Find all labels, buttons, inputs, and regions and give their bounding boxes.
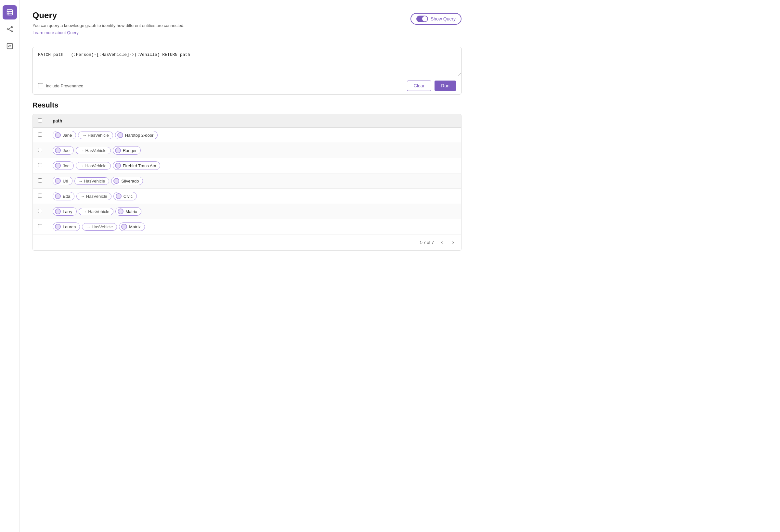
page-subtitle: You can query a knowledge graph to ident… <box>33 23 185 28</box>
table-row: Jane→ HasVehicleHardtop 2-door <box>33 128 461 143</box>
sidebar-item-chart[interactable] <box>3 39 17 53</box>
node-badge: Larry <box>53 207 77 216</box>
node-icon <box>118 209 124 214</box>
node-badge: Matrix <box>119 222 145 231</box>
results-table-wrapper: path Jane→ HasVehicleHardtop 2-doorJoe→ … <box>33 114 461 251</box>
node-badge: Uri <box>53 177 72 185</box>
select-all-checkbox[interactable] <box>38 118 42 122</box>
svg-rect-0 <box>7 10 12 15</box>
node-label: Matrix <box>126 209 137 214</box>
learn-more-link[interactable]: Learn more about Query <box>33 30 79 35</box>
node-icon <box>121 224 127 230</box>
node-badge: Jane <box>53 131 76 139</box>
path-cell: Etta→ HasVehicleCivic <box>53 192 456 200</box>
results-table: path Jane→ HasVehicleHardtop 2-doorJoe→ … <box>33 114 461 234</box>
show-query-button[interactable]: Show Query <box>410 13 461 25</box>
row-checkbox[interactable] <box>38 163 42 167</box>
edge-badge: → HasVehicle <box>79 208 114 215</box>
node-label: Joe <box>63 148 69 153</box>
node-badge: Matrix <box>115 207 141 216</box>
table-row: Joe→ HasVehicleRanger <box>33 143 461 158</box>
node-label: Uri <box>63 179 68 183</box>
row-checkbox-cell <box>33 128 47 143</box>
node-icon <box>117 132 123 138</box>
node-badge: Etta <box>53 192 75 200</box>
node-badge: Silverado <box>111 177 143 185</box>
node-label: Joe <box>63 163 69 168</box>
row-checkbox[interactable] <box>38 194 42 198</box>
path-cell: Uri→ HasVehicleSilverado <box>53 177 456 185</box>
page-title: Query <box>33 10 185 20</box>
row-checkbox-cell <box>33 173 47 189</box>
row-path-cell: Joe→ HasVehicleRanger <box>47 143 461 158</box>
svg-line-8 <box>8 29 11 31</box>
svg-point-5 <box>11 26 12 28</box>
path-cell: Jane→ HasVehicleHardtop 2-door <box>53 131 456 139</box>
row-checkbox[interactable] <box>38 178 42 182</box>
node-label: Lauren <box>63 224 76 229</box>
node-icon <box>55 132 61 138</box>
path-cell: Larry→ HasVehicleMatrix <box>53 207 456 216</box>
edge-badge: → HasVehicle <box>78 131 113 139</box>
row-checkbox-cell <box>33 189 47 204</box>
node-icon <box>116 193 121 199</box>
next-page-button[interactable]: › <box>450 238 456 247</box>
node-icon <box>113 178 119 184</box>
row-checkbox[interactable] <box>38 148 42 152</box>
node-label: Jane <box>63 133 72 138</box>
svg-point-4 <box>7 29 8 30</box>
path-cell: Lauren→ HasVehicleMatrix <box>53 222 456 231</box>
header-left: Query You can query a knowledge graph to… <box>33 10 185 42</box>
sidebar-item-graph[interactable] <box>3 22 17 36</box>
path-cell: Joe→ HasVehicleFirebird Trans Am <box>53 161 456 170</box>
row-path-cell: Larry→ HasVehicleMatrix <box>47 204 461 219</box>
query-actions: Clear Run <box>407 81 456 91</box>
node-label: Firebird Trans Am <box>123 163 156 168</box>
include-provenance-checkbox[interactable] <box>38 83 43 88</box>
node-icon <box>55 178 61 184</box>
row-checkbox[interactable] <box>38 132 42 137</box>
node-label: Matrix <box>129 224 140 229</box>
query-box: Include Provenance Clear Run <box>33 47 461 95</box>
results-tbody: Jane→ HasVehicleHardtop 2-doorJoe→ HasVe… <box>33 128 461 234</box>
row-checkbox[interactable] <box>38 224 42 228</box>
node-icon <box>115 163 121 169</box>
include-provenance-label[interactable]: Include Provenance <box>38 83 83 88</box>
row-checkbox-cell <box>33 158 47 173</box>
node-label: Hardtop 2-door <box>125 133 153 138</box>
row-checkbox-cell <box>33 204 47 219</box>
table-row: Joe→ HasVehicleFirebird Trans Am <box>33 158 461 173</box>
svg-point-6 <box>11 31 12 32</box>
clear-button[interactable]: Clear <box>407 81 431 91</box>
main-content: Query You can query a knowledge graph to… <box>19 0 475 532</box>
table-row: Lauren→ HasVehicleMatrix <box>33 219 461 234</box>
include-provenance-text: Include Provenance <box>46 84 83 88</box>
sidebar <box>0 0 19 532</box>
edge-badge: → HasVehicle <box>82 223 117 230</box>
node-label: Larry <box>63 209 72 214</box>
node-label: Etta <box>63 194 70 199</box>
node-label: Civic <box>124 194 133 199</box>
node-icon <box>115 148 121 153</box>
results-table-header: path <box>33 114 461 128</box>
query-textarea[interactable] <box>33 47 461 76</box>
show-query-label: Show Query <box>431 16 456 21</box>
node-icon <box>55 224 61 230</box>
run-button[interactable]: Run <box>435 81 456 91</box>
row-path-cell: Etta→ HasVehicleCivic <box>47 189 461 204</box>
sidebar-item-table[interactable] <box>3 5 17 19</box>
pagination-text: 1-7 of 7 <box>420 240 434 245</box>
header-path: path <box>47 114 461 128</box>
node-badge: Joe <box>53 146 74 155</box>
edge-badge: → HasVehicle <box>77 193 111 200</box>
prev-page-button[interactable]: ‹ <box>439 238 445 247</box>
row-checkbox[interactable] <box>38 209 42 213</box>
node-badge: Joe <box>53 161 74 170</box>
edge-badge: → HasVehicle <box>76 162 111 169</box>
header-row: Query You can query a knowledge graph to… <box>33 10 461 42</box>
node-badge: Firebird Trans Am <box>113 161 160 170</box>
row-checkbox-cell <box>33 143 47 158</box>
node-icon <box>55 163 61 169</box>
table-footer: 1-7 of 7 ‹ › <box>33 234 461 251</box>
row-path-cell: Lauren→ HasVehicleMatrix <box>47 219 461 234</box>
